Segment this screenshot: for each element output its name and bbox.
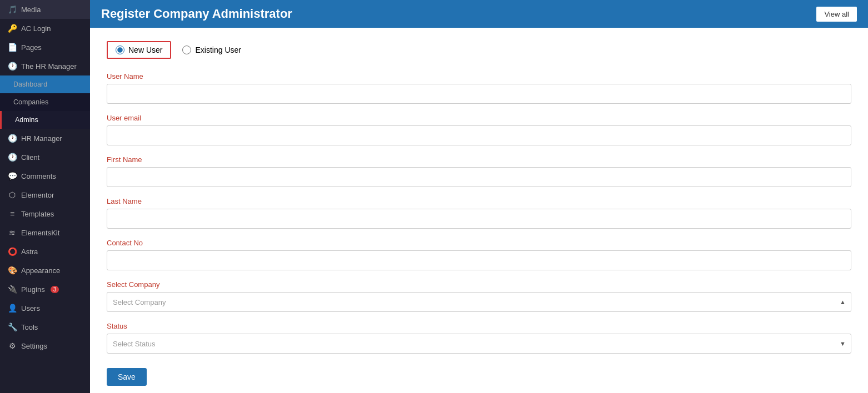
sidebar-item-label: Appearance: [21, 266, 60, 275]
status-wrapper: Select Status ▼: [107, 334, 851, 354]
select-company-select[interactable]: Select Company: [107, 292, 851, 312]
astra-icon: ⭕: [8, 247, 17, 256]
new-user-label: New User: [128, 46, 162, 54]
contact-no-group: Contact No: [107, 239, 851, 270]
last-name-label: Last Name: [107, 197, 851, 205]
view-all-button[interactable]: View all: [816, 7, 857, 22]
sidebar-item-label: Elementor: [21, 191, 54, 199]
sidebar-item-label: Comments: [21, 172, 56, 180]
user-email-input[interactable]: [107, 125, 851, 145]
pages-icon: 📄: [8, 43, 17, 52]
appearance-icon: 🎨: [8, 266, 17, 275]
user-email-group: User email: [107, 114, 851, 145]
sidebar-item-label: Settings: [21, 342, 47, 350]
media-icon: 🎵: [8, 5, 17, 14]
main-area: Register Company Administrator View all …: [90, 0, 868, 393]
sidebar-item-label: Tools: [21, 323, 38, 331]
sidebar-item-ac-login[interactable]: 🔑 AC Login: [0, 19, 90, 38]
ac-login-icon: 🔑: [8, 24, 17, 33]
templates-icon: ≡: [8, 209, 17, 218]
select-company-wrapper: Select Company ▲: [107, 292, 851, 312]
sidebar-item-elementskit[interactable]: ≋ ElementsKit: [0, 223, 90, 242]
contact-no-input[interactable]: [107, 250, 851, 270]
form-content: New User Existing User User Name User em…: [90, 28, 868, 393]
sidebar-item-dashboard[interactable]: Dashboard: [0, 75, 90, 93]
sidebar-item-label: Users: [21, 304, 40, 313]
first-name-input[interactable]: [107, 167, 851, 187]
sidebar-item-label: The HR Manager: [21, 62, 77, 70]
sidebar-item-plugins[interactable]: 🔌 Plugins 3: [0, 280, 90, 299]
sidebar-item-label: AC Login: [21, 24, 51, 33]
tools-icon: 🔧: [8, 323, 17, 331]
last-name-group: Last Name: [107, 197, 851, 229]
user-name-label: User Name: [107, 72, 851, 80]
sidebar-item-label: HR Manager: [21, 134, 62, 143]
sidebar-item-admins[interactable]: Admins: [0, 111, 90, 129]
user-name-group: User Name: [107, 72, 851, 104]
hr-manager-submenu: Dashboard Companies Admins: [0, 75, 90, 129]
select-company-group: Select Company Select Company ▲: [107, 280, 851, 312]
save-button[interactable]: Save: [107, 368, 147, 386]
sidebar-item-label: Media: [21, 6, 41, 14]
plugins-badge: 3: [51, 286, 59, 293]
sidebar-item-elementor[interactable]: ⬡ Elementor: [0, 185, 90, 204]
hr-mgr-icon: 🕐: [8, 134, 17, 143]
sidebar-item-label: Pages: [21, 43, 42, 52]
status-select[interactable]: Select Status: [107, 334, 851, 354]
sidebar-item-client[interactable]: 🕐 Client: [0, 148, 90, 167]
sidebar-item-hr-mgr[interactable]: 🕐 HR Manager: [0, 129, 90, 148]
sidebar-item-hr-manager[interactable]: 🕐 The HR Manager: [0, 57, 90, 75]
sidebar-item-label: Admins: [15, 116, 38, 124]
existing-user-radio-option[interactable]: Existing User: [182, 41, 241, 59]
existing-user-label: Existing User: [195, 46, 241, 54]
comments-icon: 💬: [8, 172, 17, 180]
sidebar-item-label: Companies: [13, 98, 48, 106]
sidebar-item-label: Plugins: [21, 285, 45, 294]
existing-user-radio[interactable]: [182, 46, 191, 54]
new-user-radio-option[interactable]: New User: [107, 41, 171, 59]
status-group: Status Select Status ▼: [107, 322, 851, 354]
status-label: Status: [107, 322, 851, 330]
sidebar-item-label: Astra: [21, 248, 38, 256]
sidebar-item-users[interactable]: 👤 Users: [0, 299, 90, 318]
elementskit-icon: ≋: [8, 228, 17, 237]
hr-manager-icon: 🕐: [8, 62, 17, 70]
sidebar-item-media[interactable]: 🎵 Media: [0, 0, 90, 19]
first-name-label: First Name: [107, 155, 851, 164]
sidebar-item-comments[interactable]: 💬 Comments: [0, 167, 90, 185]
users-icon: 👤: [8, 304, 17, 313]
sidebar-item-templates[interactable]: ≡ Templates: [0, 204, 90, 223]
last-name-input[interactable]: [107, 209, 851, 229]
sidebar-item-settings[interactable]: ⚙ Settings: [0, 336, 90, 355]
new-user-radio[interactable]: [116, 46, 124, 54]
elementor-icon: ⬡: [8, 190, 17, 199]
sidebar-item-companies[interactable]: Companies: [0, 93, 90, 111]
sidebar-item-label: Dashboard: [13, 80, 47, 88]
user-email-label: User email: [107, 114, 851, 122]
sidebar-item-label: Client: [21, 153, 39, 162]
user-name-input[interactable]: [107, 84, 851, 104]
sidebar: 🎵 Media 🔑 AC Login 📄 Pages 🕐 The HR Mana…: [0, 0, 90, 393]
plugins-icon: 🔌: [8, 285, 17, 294]
user-type-radio-group: New User Existing User: [107, 41, 851, 59]
sidebar-item-label: ElementsKit: [21, 229, 59, 237]
settings-icon: ⚙: [8, 341, 17, 350]
sidebar-item-label: Templates: [21, 210, 54, 218]
first-name-group: First Name: [107, 155, 851, 187]
contact-no-label: Contact No: [107, 239, 851, 247]
select-company-label: Select Company: [107, 280, 851, 289]
sidebar-item-appearance[interactable]: 🎨 Appearance: [0, 261, 90, 280]
page-title: Register Company Administrator: [101, 7, 292, 21]
client-icon: 🕐: [8, 153, 17, 162]
sidebar-item-tools[interactable]: 🔧 Tools: [0, 318, 90, 336]
header-bar: Register Company Administrator View all: [90, 0, 868, 28]
sidebar-item-pages[interactable]: 📄 Pages: [0, 38, 90, 57]
sidebar-item-astra[interactable]: ⭕ Astra: [0, 242, 90, 261]
